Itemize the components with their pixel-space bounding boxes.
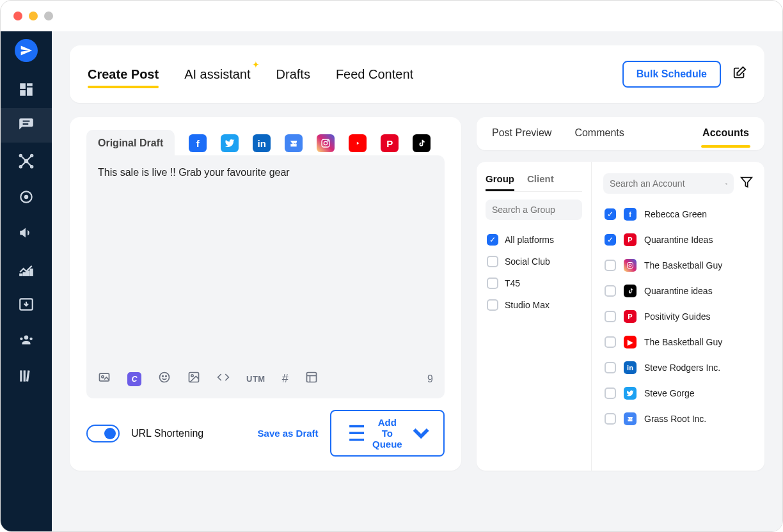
hashtag-icon[interactable]: # [282,372,289,386]
account-checkbox[interactable] [605,336,616,348]
svg-rect-17 [27,271,29,276]
pn-icon: P [624,233,637,246]
filter-icon[interactable] [740,176,753,192]
group-item[interactable]: ✓All platforms [486,229,582,251]
pinterest-icon[interactable]: P [381,134,399,152]
account-checkbox[interactable] [605,387,616,399]
search-account-input[interactable] [603,173,734,194]
svg-point-31 [160,373,170,382]
group-checkbox[interactable] [487,299,498,311]
nav-inbox-icon[interactable] [18,296,35,313]
account-checkbox[interactable] [605,311,616,322]
post-textarea[interactable]: This sale is live !! Grab your favourite… [86,155,445,398]
account-item[interactable]: ✓PQuarantine Ideas [603,227,753,253]
svg-rect-29 [100,373,109,381]
svg-line-48 [727,184,727,185]
code-icon[interactable] [217,371,230,387]
search-account-field[interactable] [610,178,722,189]
account-name: The Basketball Guy [644,337,722,347]
search-group-field[interactable] [492,205,604,215]
account-item[interactable]: The Basketball Guy [603,253,753,278]
account-checkbox[interactable]: ✓ [605,234,616,246]
nav-compose-icon[interactable] [18,117,35,134]
character-count: 9 [427,373,433,385]
account-item[interactable]: inSteve Rodgers Inc. [603,355,753,380]
edit-icon[interactable] [732,66,747,83]
svg-point-51 [629,264,631,267]
instagram-icon[interactable] [317,134,335,152]
tiktok-icon[interactable] [413,134,431,152]
linkedin-icon[interactable]: in [253,134,271,152]
svg-point-22 [29,338,32,340]
account-checkbox[interactable]: ✓ [605,208,616,220]
facebook-icon[interactable]: f [189,134,207,152]
nav-library-icon[interactable] [18,368,35,384]
chevron-down-icon [407,419,434,446]
save-as-draft-button[interactable]: Save as Draft [258,428,319,439]
fb-icon: f [624,208,637,221]
nav-team-icon[interactable] [18,332,35,348]
client-tab[interactable]: Client [527,173,554,191]
group-checkbox[interactable] [487,278,498,289]
utm-button[interactable]: UTM [246,374,265,384]
tab-create-post[interactable]: Create Post [88,67,159,82]
account-item[interactable]: Grass Root Inc. [603,406,753,432]
tab-ai-assistant[interactable]: AI assistant ✦ [184,67,250,82]
group-item[interactable]: Studio Max [486,294,582,316]
canva-icon[interactable]: C [127,372,141,386]
tab-drafts[interactable]: Drafts [276,67,310,82]
account-item[interactable]: Steve Gorge [603,380,753,406]
account-checkbox[interactable] [605,362,616,373]
twitter-icon[interactable] [221,134,239,152]
tab-feed-content[interactable]: Feed Content [336,67,413,82]
nav-analytics-icon[interactable] [18,260,35,277]
group-tab[interactable]: Group [486,173,514,191]
account-name: Quarantine Ideas [644,235,713,245]
url-shortening-toggle[interactable] [86,425,120,442]
group-item[interactable]: T45 [486,272,582,294]
group-checkbox[interactable]: ✓ [487,234,498,246]
search-icon [725,183,727,185]
app-logo[interactable] [15,39,38,62]
tab-post-preview[interactable]: Post Preview [492,127,551,143]
account-item[interactable]: PPositivity Guides [603,304,753,329]
media-icon[interactable] [98,371,111,387]
template-icon[interactable] [305,371,318,387]
youtube-icon[interactable] [349,134,367,152]
tab-ai-assistant-label: AI assistant [184,67,250,81]
account-name: Quarantine ideas [644,286,713,296]
account-item[interactable]: ▶The Basketball Guy [603,329,753,355]
emoji-icon[interactable] [158,371,171,387]
account-item[interactable]: ✓fRebecca Green [603,201,753,227]
bulk-schedule-button[interactable]: Bulk Schedule [622,61,721,88]
image-icon[interactable] [187,371,200,387]
window-maximize-dot[interactable] [44,12,53,20]
nav-dashboard-icon[interactable] [18,81,35,98]
group-checkbox[interactable] [487,256,498,267]
svg-rect-15 [20,274,22,276]
tab-accounts[interactable]: Accounts [702,127,749,143]
google-business-icon[interactable] [285,134,303,152]
add-to-queue-label: Add To Queue [372,417,402,450]
group-item[interactable]: Social Club [486,251,582,272]
account-name: The Basketball Guy [644,260,722,270]
window-minimize-dot[interactable] [29,12,38,20]
account-name: Steve Rodgers Inc. [644,363,720,373]
post-text-content: This sale is live !! Grab your favourite… [98,167,433,178]
svg-point-47 [726,183,727,184]
tw-icon [624,387,637,400]
account-item[interactable]: Quarantine ideas [603,278,753,304]
account-checkbox[interactable] [605,260,616,271]
nav-target-icon[interactable] [18,189,35,205]
nav-megaphone-icon[interactable] [18,224,35,241]
search-group-input[interactable] [486,199,582,220]
gb-icon [624,412,637,425]
account-checkbox[interactable] [605,413,616,425]
ig-icon [624,259,637,272]
add-to-queue-button[interactable]: Add To Queue [330,410,445,457]
tab-comments[interactable]: Comments [574,127,624,143]
original-draft-tab[interactable]: Original Draft [86,130,175,157]
nav-network-icon[interactable] [18,153,35,169]
account-checkbox[interactable] [605,285,616,297]
window-close-dot[interactable] [13,12,22,20]
